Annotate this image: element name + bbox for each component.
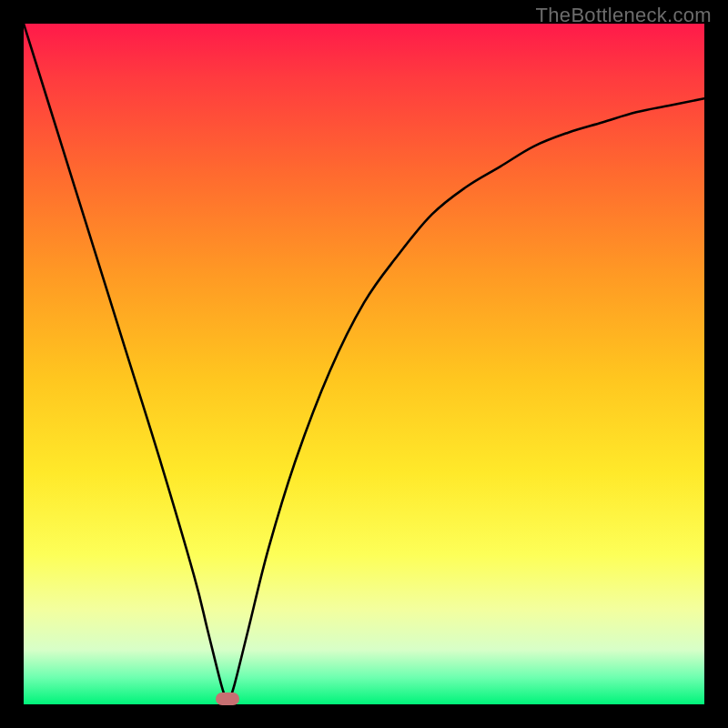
optimum-marker [216, 693, 239, 705]
plot-area [24, 24, 704, 704]
chart-frame: TheBottleneck.com [0, 0, 728, 728]
curve-svg [24, 24, 704, 704]
bottleneck-curve-path [24, 24, 704, 704]
